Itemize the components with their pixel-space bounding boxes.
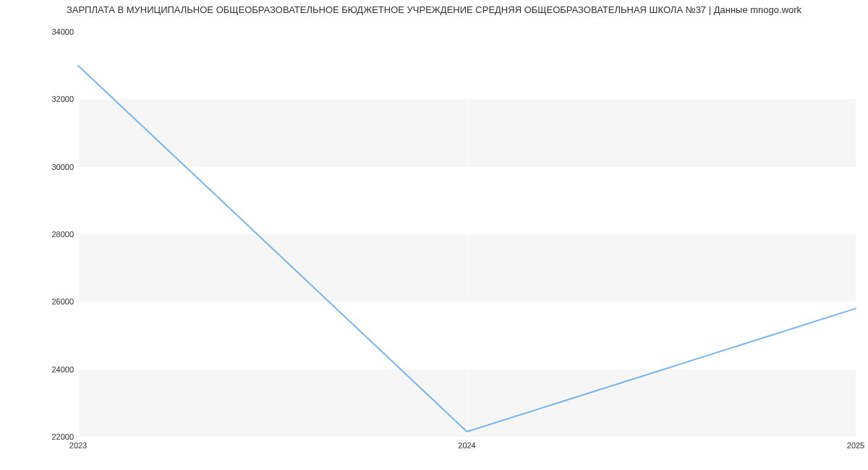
x-tick-label: 2025: [847, 441, 864, 450]
series-line: [78, 66, 856, 432]
y-tick-label: 34000: [16, 27, 74, 36]
plot-area: [78, 32, 856, 437]
chart-title: ЗАРПЛАТА В МУНИЦИПАЛЬНОЕ ОБЩЕОБРАЗОВАТЕЛ…: [67, 4, 801, 15]
y-tick-label: 22000: [16, 432, 74, 441]
x-tick-label: 2023: [69, 441, 87, 450]
chart-container: ЗАРПЛАТА В МУНИЦИПАЛЬНОЕ ОБЩЕОБРАЗОВАТЕЛ…: [0, 0, 868, 470]
y-tick-label: 30000: [16, 163, 74, 171]
y-tick-label: 32000: [16, 95, 74, 103]
y-tick-label: 26000: [16, 297, 74, 306]
y-tick-label: 28000: [16, 230, 74, 239]
chart-line-layer: [78, 32, 856, 437]
x-tick-label: 2024: [458, 441, 475, 450]
y-tick-label: 24000: [16, 365, 74, 374]
grid-vline: [856, 32, 856, 437]
